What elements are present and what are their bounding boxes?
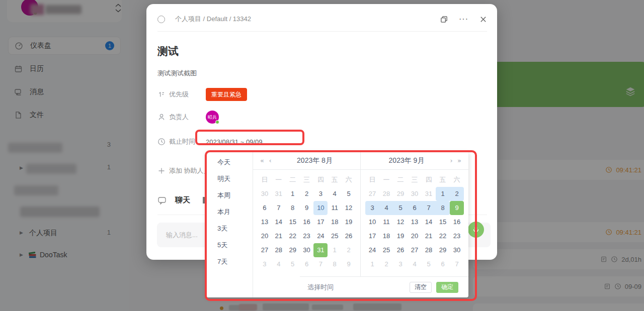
picker-shortcut[interactable]: 5天 — [206, 237, 253, 253]
calendar-day[interactable]: 24 — [365, 243, 379, 257]
calendar-day[interactable]: 17 — [313, 215, 328, 229]
chat-tab[interactable]: 聊天 — [175, 195, 190, 205]
calendar-day[interactable]: 11 — [328, 201, 342, 215]
calendar-day[interactable]: 4 — [272, 257, 286, 271]
add-collaborator-label[interactable]: 添加 协助人员 — [169, 166, 210, 175]
calendar-day[interactable]: 3 — [313, 187, 328, 201]
calendar-day[interactable]: 20 — [258, 229, 272, 243]
picker-shortcut[interactable]: 今天 — [206, 154, 253, 170]
calendar-day[interactable]: 28 — [379, 187, 393, 201]
calendar-day[interactable]: 30 — [258, 187, 272, 201]
calendar-day[interactable]: 29 — [286, 243, 300, 257]
calendar-day[interactable]: 3 — [393, 257, 408, 271]
close-icon[interactable] — [479, 16, 487, 23]
calendar-day[interactable]: 6 — [300, 257, 314, 271]
task-status-circle[interactable] — [157, 16, 165, 23]
calendar-day[interactable]: 23 — [450, 229, 464, 243]
calendar-day[interactable]: 1 — [328, 243, 342, 257]
calendar-day[interactable]: 3 — [365, 201, 379, 215]
calendar-day[interactable]: 27 — [365, 187, 379, 201]
calendar-day[interactable]: 1 — [286, 187, 300, 201]
add-collaborator-row[interactable]: 添加 协助人员 — [157, 166, 210, 175]
calendar-day[interactable]: 13 — [408, 215, 422, 229]
picker-shortcut[interactable]: 3天 — [206, 220, 253, 237]
calendar-day[interactable]: 7 — [450, 257, 464, 271]
calendar-day[interactable]: 16 — [450, 215, 464, 229]
calendar-day[interactable]: 16 — [300, 215, 314, 229]
calendar-day[interactable]: 5 — [393, 201, 408, 215]
calendar-day[interactable]: 7 — [313, 257, 328, 271]
calendar-day[interactable]: 10 — [313, 201, 328, 215]
calendar-day[interactable]: 18 — [379, 229, 393, 243]
calendar-day[interactable]: 7 — [422, 201, 436, 215]
calendar-day[interactable]: 21 — [272, 229, 286, 243]
next-month-icon[interactable]: › — [447, 157, 455, 164]
calendar-day[interactable]: 22 — [436, 229, 450, 243]
calendar-day[interactable]: 5 — [286, 257, 300, 271]
calendar-day[interactable]: 2 — [342, 243, 356, 257]
calendar-day[interactable]: 5 — [342, 187, 356, 201]
task-description[interactable]: 测试测试截图 — [157, 69, 197, 78]
calendar-day[interactable]: 8 — [328, 257, 342, 271]
calendar-day[interactable]: 30 — [300, 243, 314, 257]
clear-button[interactable]: 清空 — [410, 282, 432, 293]
calendar-day[interactable]: 21 — [422, 229, 436, 243]
calendar-day[interactable]: 14 — [422, 215, 436, 229]
calendar-day[interactable]: 28 — [422, 243, 436, 257]
calendar-day[interactable]: 29 — [393, 187, 408, 201]
calendar-day[interactable]: 10 — [365, 215, 379, 229]
calendar-day[interactable]: 31 — [313, 243, 328, 257]
calendar-day[interactable]: 9 — [450, 201, 464, 215]
calendar-day[interactable]: 30 — [408, 187, 422, 201]
prev-year-icon[interactable]: « — [258, 157, 266, 164]
calendar-day[interactable]: 1 — [365, 257, 379, 271]
breadcrumb[interactable]: 个人项目 / Default / 13342 — [175, 15, 251, 24]
calendar-day[interactable]: 22 — [286, 229, 300, 243]
calendar-day[interactable]: 27 — [258, 243, 272, 257]
calendar-day[interactable]: 29 — [436, 243, 450, 257]
calendar-day[interactable]: 11 — [379, 215, 393, 229]
more-icon[interactable]: ··· — [459, 17, 468, 22]
calendar-day[interactable]: 12 — [393, 215, 408, 229]
calendar-day[interactable]: 6 — [436, 257, 450, 271]
calendar-day[interactable]: 5 — [422, 257, 436, 271]
calendar-day[interactable]: 31 — [422, 187, 436, 201]
calendar-day[interactable]: 6 — [258, 201, 272, 215]
select-time-link[interactable]: 选择时间 — [307, 283, 334, 292]
calendar-day[interactable]: 31 — [272, 187, 286, 201]
priority-badge[interactable]: 重要且紧急 — [206, 88, 247, 101]
calendar-day[interactable]: 6 — [408, 201, 422, 215]
calendar-day[interactable]: 25 — [379, 243, 393, 257]
calendar-day[interactable]: 3 — [258, 257, 272, 271]
calendar-day[interactable]: 19 — [342, 215, 356, 229]
calendar-day[interactable]: 26 — [342, 229, 356, 243]
picker-shortcut[interactable]: 明天 — [206, 170, 253, 187]
calendar-day[interactable]: 9 — [342, 257, 356, 271]
calendar-day[interactable]: 23 — [300, 229, 314, 243]
calendar-day[interactable]: 2 — [300, 187, 314, 201]
next-year-icon[interactable]: » — [455, 157, 463, 164]
calendar-day[interactable]: 28 — [272, 243, 286, 257]
calendar-day[interactable]: 8 — [286, 201, 300, 215]
calendar-day[interactable]: 1 — [436, 187, 450, 201]
calendar-day[interactable]: 25 — [328, 229, 342, 243]
calendar-day[interactable]: 27 — [408, 243, 422, 257]
picker-shortcut[interactable]: 7天 — [206, 253, 253, 270]
calendar-day[interactable]: 26 — [393, 243, 408, 257]
calendar-day[interactable]: 8 — [436, 201, 450, 215]
copy-icon[interactable] — [440, 16, 448, 23]
calendar-day[interactable]: 18 — [328, 215, 342, 229]
picker-shortcut[interactable]: 本周 — [206, 187, 253, 203]
calendar-day[interactable]: 7 — [272, 201, 286, 215]
calendar-day[interactable]: 15 — [436, 215, 450, 229]
calendar-day[interactable]: 4 — [408, 257, 422, 271]
calendar-day[interactable]: 24 — [313, 229, 328, 243]
calendar-day[interactable]: 30 — [450, 243, 464, 257]
assignee-avatar[interactable]: 昭兵 — [206, 111, 219, 124]
calendar-day[interactable]: 20 — [408, 229, 422, 243]
calendar-day[interactable]: 12 — [342, 201, 356, 215]
calendar-day[interactable]: 2 — [379, 257, 393, 271]
calendar-day[interactable]: 15 — [286, 215, 300, 229]
calendar-day[interactable]: 19 — [393, 229, 408, 243]
calendar-day[interactable]: 2 — [450, 187, 464, 201]
